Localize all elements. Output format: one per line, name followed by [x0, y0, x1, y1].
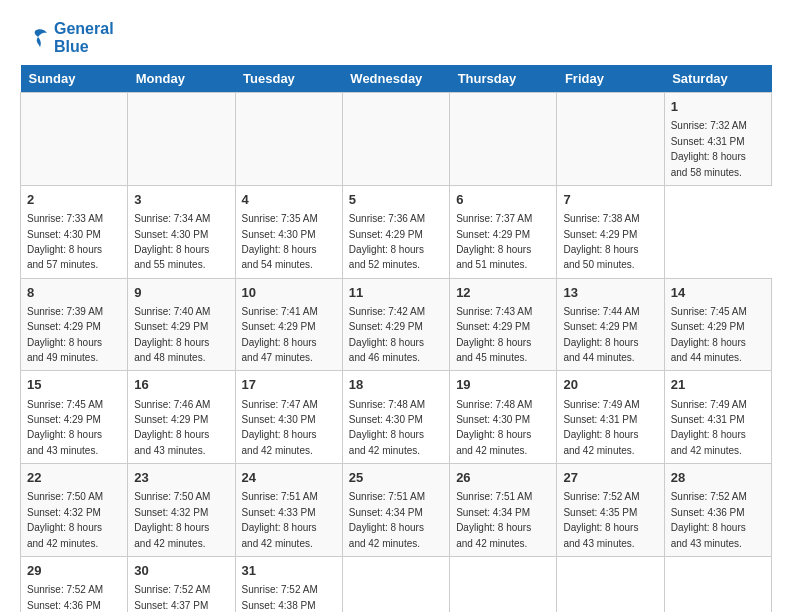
day-number: 24	[242, 469, 336, 487]
sunset-info: Sunset: 4:31 PM	[671, 414, 745, 425]
sunrise-info: Sunrise: 7:33 AM	[27, 213, 103, 224]
daylight-info: Daylight: 8 hours and 42 minutes.	[671, 429, 746, 455]
calendar-day-cell: 3Sunrise: 7:34 AMSunset: 4:30 PMDaylight…	[128, 185, 235, 278]
sunset-info: Sunset: 4:37 PM	[134, 600, 208, 611]
calendar-header-row: SundayMondayTuesdayWednesdayThursdayFrid…	[21, 65, 772, 93]
daylight-info: Daylight: 8 hours and 46 minutes.	[349, 337, 424, 363]
day-number: 20	[563, 376, 657, 394]
sunset-info: Sunset: 4:36 PM	[27, 600, 101, 611]
calendar-day-cell: 17Sunrise: 7:47 AMSunset: 4:30 PMDayligh…	[235, 371, 342, 464]
day-number: 16	[134, 376, 228, 394]
calendar-day-cell	[664, 556, 771, 612]
sunset-info: Sunset: 4:29 PM	[242, 321, 316, 332]
daylight-info: Daylight: 8 hours and 55 minutes.	[134, 244, 209, 270]
calendar-day-cell: 24Sunrise: 7:51 AMSunset: 4:33 PMDayligh…	[235, 464, 342, 557]
daylight-info: Daylight: 8 hours and 57 minutes.	[27, 244, 102, 270]
calendar-day-cell: 27Sunrise: 7:52 AMSunset: 4:35 PMDayligh…	[557, 464, 664, 557]
calendar-day-cell: 2Sunrise: 7:33 AMSunset: 4:30 PMDaylight…	[21, 185, 128, 278]
day-number: 21	[671, 376, 765, 394]
calendar-week-row: 2Sunrise: 7:33 AMSunset: 4:30 PMDaylight…	[21, 185, 772, 278]
calendar-day-cell	[450, 556, 557, 612]
sunset-info: Sunset: 4:29 PM	[134, 321, 208, 332]
calendar-day-cell	[342, 556, 449, 612]
sunset-info: Sunset: 4:30 PM	[456, 414, 530, 425]
sunset-info: Sunset: 4:29 PM	[563, 321, 637, 332]
sunrise-info: Sunrise: 7:40 AM	[134, 306, 210, 317]
sunset-info: Sunset: 4:30 PM	[242, 229, 316, 240]
empty-cell	[235, 93, 342, 186]
daylight-info: Daylight: 8 hours and 44 minutes.	[563, 337, 638, 363]
sunrise-info: Sunrise: 7:50 AM	[134, 491, 210, 502]
sunrise-info: Sunrise: 7:38 AM	[563, 213, 639, 224]
calendar-day-cell: 13Sunrise: 7:44 AMSunset: 4:29 PMDayligh…	[557, 278, 664, 371]
sunset-info: Sunset: 4:31 PM	[671, 136, 745, 147]
daylight-info: Daylight: 8 hours and 52 minutes.	[349, 244, 424, 270]
calendar-day-cell: 22Sunrise: 7:50 AMSunset: 4:32 PMDayligh…	[21, 464, 128, 557]
sunrise-info: Sunrise: 7:45 AM	[671, 306, 747, 317]
day-of-week-header: Saturday	[664, 65, 771, 93]
day-number: 18	[349, 376, 443, 394]
calendar-day-cell: 28Sunrise: 7:52 AMSunset: 4:36 PMDayligh…	[664, 464, 771, 557]
calendar-week-row: 8Sunrise: 7:39 AMSunset: 4:29 PMDaylight…	[21, 278, 772, 371]
day-number: 22	[27, 469, 121, 487]
sunrise-info: Sunrise: 7:43 AM	[456, 306, 532, 317]
sunset-info: Sunset: 4:32 PM	[27, 507, 101, 518]
day-number: 17	[242, 376, 336, 394]
calendar-day-cell: 1Sunrise: 7:32 AMSunset: 4:31 PMDaylight…	[664, 93, 771, 186]
calendar-day-cell: 19Sunrise: 7:48 AMSunset: 4:30 PMDayligh…	[450, 371, 557, 464]
day-number: 2	[27, 191, 121, 209]
day-of-week-header: Monday	[128, 65, 235, 93]
calendar-day-cell: 6Sunrise: 7:37 AMSunset: 4:29 PMDaylight…	[450, 185, 557, 278]
sunrise-info: Sunrise: 7:32 AM	[671, 120, 747, 131]
sunrise-info: Sunrise: 7:42 AM	[349, 306, 425, 317]
empty-cell	[557, 93, 664, 186]
calendar-day-cell: 14Sunrise: 7:45 AMSunset: 4:29 PMDayligh…	[664, 278, 771, 371]
logo: General Blue	[20, 20, 114, 55]
day-number: 30	[134, 562, 228, 580]
day-of-week-header: Friday	[557, 65, 664, 93]
day-number: 28	[671, 469, 765, 487]
day-number: 29	[27, 562, 121, 580]
day-number: 12	[456, 284, 550, 302]
calendar-week-row: 15Sunrise: 7:45 AMSunset: 4:29 PMDayligh…	[21, 371, 772, 464]
sunrise-info: Sunrise: 7:51 AM	[349, 491, 425, 502]
day-number: 5	[349, 191, 443, 209]
calendar-day-cell: 11Sunrise: 7:42 AMSunset: 4:29 PMDayligh…	[342, 278, 449, 371]
sunrise-info: Sunrise: 7:39 AM	[27, 306, 103, 317]
page-header: General Blue	[20, 20, 772, 55]
daylight-info: Daylight: 8 hours and 42 minutes.	[242, 522, 317, 548]
sunrise-info: Sunrise: 7:44 AM	[563, 306, 639, 317]
daylight-info: Daylight: 8 hours and 50 minutes.	[563, 244, 638, 270]
sunset-info: Sunset: 4:29 PM	[456, 321, 530, 332]
sunrise-info: Sunrise: 7:45 AM	[27, 399, 103, 410]
daylight-info: Daylight: 8 hours and 42 minutes.	[242, 429, 317, 455]
day-number: 4	[242, 191, 336, 209]
sunrise-info: Sunrise: 7:50 AM	[27, 491, 103, 502]
calendar-day-cell: 7Sunrise: 7:38 AMSunset: 4:29 PMDaylight…	[557, 185, 664, 278]
calendar-week-row: 22Sunrise: 7:50 AMSunset: 4:32 PMDayligh…	[21, 464, 772, 557]
calendar-day-cell: 26Sunrise: 7:51 AMSunset: 4:34 PMDayligh…	[450, 464, 557, 557]
sunrise-info: Sunrise: 7:48 AM	[349, 399, 425, 410]
day-number: 1	[671, 98, 765, 116]
daylight-info: Daylight: 8 hours and 42 minutes.	[456, 429, 531, 455]
daylight-info: Daylight: 8 hours and 49 minutes.	[27, 337, 102, 363]
day-number: 3	[134, 191, 228, 209]
daylight-info: Daylight: 8 hours and 45 minutes.	[456, 337, 531, 363]
day-number: 9	[134, 284, 228, 302]
logo-bird-icon	[20, 23, 50, 53]
sunrise-info: Sunrise: 7:52 AM	[27, 584, 103, 595]
day-number: 14	[671, 284, 765, 302]
sunset-info: Sunset: 4:31 PM	[563, 414, 637, 425]
sunrise-info: Sunrise: 7:46 AM	[134, 399, 210, 410]
daylight-info: Daylight: 8 hours and 48 minutes.	[134, 337, 209, 363]
sunset-info: Sunset: 4:29 PM	[349, 229, 423, 240]
sunset-info: Sunset: 4:32 PM	[134, 507, 208, 518]
day-number: 10	[242, 284, 336, 302]
sunrise-info: Sunrise: 7:51 AM	[242, 491, 318, 502]
calendar-day-cell: 9Sunrise: 7:40 AMSunset: 4:29 PMDaylight…	[128, 278, 235, 371]
day-number: 31	[242, 562, 336, 580]
logo-text-blue: Blue	[54, 38, 114, 56]
calendar-day-cell: 20Sunrise: 7:49 AMSunset: 4:31 PMDayligh…	[557, 371, 664, 464]
calendar-day-cell	[557, 556, 664, 612]
day-number: 7	[563, 191, 657, 209]
